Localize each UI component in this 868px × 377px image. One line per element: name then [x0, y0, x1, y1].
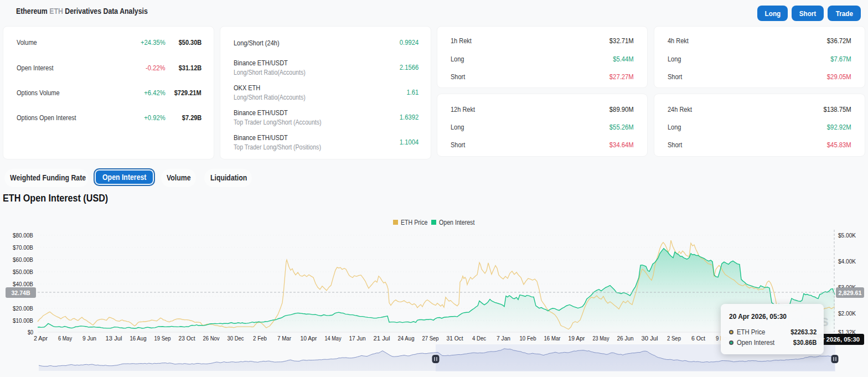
- svg-text:7 Mar: 7 Mar: [277, 335, 291, 342]
- svg-text:$20.00B: $20.00B: [13, 305, 33, 312]
- svg-text:23 Oct: 23 Oct: [179, 335, 196, 342]
- svg-text:30 Jul: 30 Jul: [642, 335, 658, 342]
- svg-text:10 Feb: 10 Feb: [520, 335, 536, 342]
- svg-text:21 Jul: 21 Jul: [374, 335, 390, 342]
- svg-text:19 Sep: 19 Sep: [154, 335, 171, 342]
- svg-text:24 Aug: 24 Aug: [398, 335, 415, 342]
- svg-text:16 Aug: 16 Aug: [130, 335, 147, 342]
- svg-text:14 May: 14 May: [325, 335, 342, 342]
- svg-text:2,829.61: 2,829.61: [839, 290, 862, 296]
- svg-text:$60.00B: $60.00B: [13, 256, 33, 263]
- svg-text:13 Jul: 13 Jul: [106, 335, 122, 342]
- svg-text:6 May: 6 May: [58, 335, 72, 342]
- svg-text:7 Jan: 7 Jan: [497, 335, 510, 342]
- svg-text:$2.00K: $2.00K: [838, 310, 856, 317]
- svg-text:2 Feb: 2 Feb: [253, 335, 267, 342]
- svg-text:26 Jun: 26 Jun: [617, 335, 634, 342]
- svg-text:17 Jun: 17 Jun: [349, 335, 366, 342]
- svg-text:9 Jun: 9 Jun: [82, 335, 96, 342]
- svg-text:10 Apr: 10 Apr: [301, 335, 317, 342]
- svg-text:$4.00K: $4.00K: [838, 258, 856, 265]
- svg-text:23 May: 23 May: [593, 335, 609, 342]
- svg-text:27 Sep: 27 Sep: [422, 335, 439, 342]
- svg-text:30 Dec: 30 Dec: [228, 335, 244, 342]
- svg-text:16 Mar: 16 Mar: [544, 335, 561, 342]
- svg-text:$10.00B: $10.00B: [13, 317, 33, 324]
- svg-text:4 Dec: 4 Dec: [472, 335, 486, 342]
- svg-text:6 Oct: 6 Oct: [691, 335, 706, 342]
- svg-text:26 Nov: 26 Nov: [203, 335, 220, 342]
- svg-text:$40.00B: $40.00B: [13, 281, 33, 287]
- svg-text:$5.00K: $5.00K: [838, 232, 856, 239]
- svg-text:19 Apr: 19 Apr: [569, 335, 585, 342]
- svg-text:32.74B: 32.74B: [12, 290, 30, 296]
- svg-text:$70.00B: $70.00B: [13, 244, 33, 251]
- svg-text:$50.00B: $50.00B: [13, 268, 33, 275]
- svg-text:$80.00B: $80.00B: [13, 232, 33, 239]
- svg-text:$0: $0: [28, 329, 33, 335]
- svg-text:2 Apr: 2 Apr: [34, 335, 48, 342]
- svg-text:31 Oct: 31 Oct: [447, 335, 464, 342]
- svg-text:2 Sep: 2 Sep: [667, 335, 681, 342]
